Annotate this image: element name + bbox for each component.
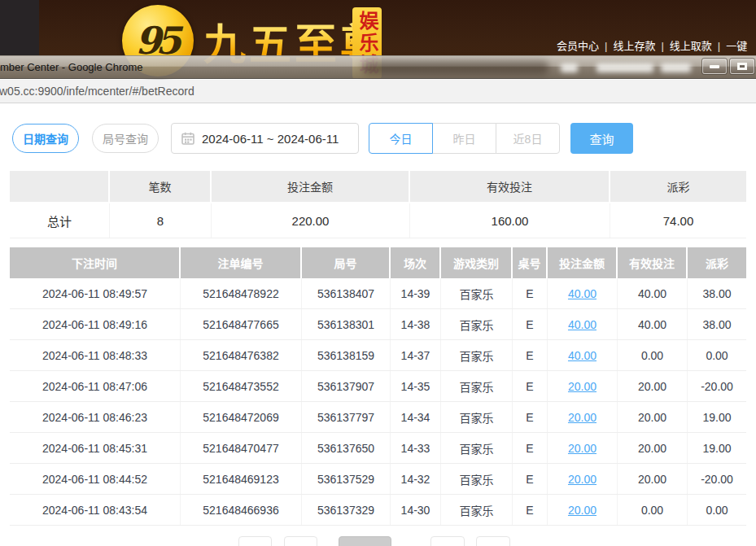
tab-round-query[interactable]: 局号查询 xyxy=(92,124,159,153)
game-type-cell: 百家乐 xyxy=(441,340,513,370)
table-no-cell: E xyxy=(513,495,548,525)
bet-time-cell: 2024-06-11 08:44:52 xyxy=(10,464,181,494)
banner-nav-link[interactable]: 线上存款 xyxy=(613,40,655,52)
table-no-cell: E xyxy=(513,433,548,463)
bet-id-cell: 521648469123 xyxy=(181,464,302,494)
pagination-button[interactable] xyxy=(430,536,465,546)
bet-record-row: 2024-06-11 08:48:33521648476382536138159… xyxy=(10,340,746,371)
pagination-button[interactable] xyxy=(476,536,510,546)
bet-time-cell: 2024-06-11 08:47:06 xyxy=(10,371,181,401)
bet-amount-cell: 20.00 xyxy=(548,433,618,463)
valid-bet-cell: 20.00 xyxy=(618,402,688,432)
banner-corner-block xyxy=(0,0,39,55)
date-range-value: 2024-06-11 ~ 2024-06-11 xyxy=(202,132,339,146)
game-type-cell: 百家乐 xyxy=(441,371,513,401)
quick-date-button[interactable]: 今日 xyxy=(369,123,433,154)
valid-bet-cell: 0.00 xyxy=(618,340,688,370)
bet-record-row: 2024-06-11 08:43:54521648466936536137329… xyxy=(10,495,746,526)
bets-header-cell: 注单编号 xyxy=(181,247,302,278)
valid-bet-cell: 20.00 xyxy=(618,433,688,463)
window-titlebar[interactable]: mber Center - Google Chrome ✕ xyxy=(0,55,756,79)
table-no-cell: E xyxy=(513,402,548,432)
summary-header-cell: 有效投注 xyxy=(410,171,610,202)
bet-time-cell: 2024-06-11 08:49:16 xyxy=(10,309,181,339)
quick-date-button-group: 今日昨日近8日 xyxy=(369,123,560,154)
bet-amount-link[interactable]: 20.00 xyxy=(568,442,596,455)
round-id-cell: 536138301 xyxy=(302,309,391,339)
calendar-icon xyxy=(181,132,194,145)
bets-header-cell: 游戏类别 xyxy=(441,247,513,278)
bet-record-row: 2024-06-11 08:44:52521648469123536137529… xyxy=(10,464,746,495)
maximize-button[interactable] xyxy=(730,59,754,74)
bet-time-cell: 2024-06-11 08:46:23 xyxy=(10,402,181,432)
bet-amount-link[interactable]: 40.00 xyxy=(568,287,596,300)
bet-time-cell: 2024-06-11 08:45:31 xyxy=(10,433,181,463)
bet-id-cell: 521648470477 xyxy=(181,433,302,463)
summary-value-cell: 总计 xyxy=(10,203,110,238)
bet-amount-link[interactable]: 40.00 xyxy=(568,318,596,331)
session-cell: 14-34 xyxy=(391,402,441,432)
pagination-button[interactable] xyxy=(238,536,272,546)
pagination-button[interactable] xyxy=(339,536,391,546)
round-id-cell: 536137329 xyxy=(302,495,391,525)
maximize-icon xyxy=(737,63,747,70)
banner-nav-link[interactable]: 会员中心 xyxy=(557,40,599,52)
bets-header-row: 下注时间注单编号局号场次游戏类别桌号投注金额有效投注派彩 xyxy=(10,247,746,278)
bet-time-cell: 2024-06-11 08:48:33 xyxy=(10,340,181,370)
table-no-cell: E xyxy=(513,278,548,308)
tab-date-query[interactable]: 日期查询 xyxy=(12,124,79,153)
quick-date-button[interactable]: 昨日 xyxy=(432,123,496,154)
bets-header-cell: 桌号 xyxy=(513,247,548,278)
valid-bet-cell: 20.00 xyxy=(618,464,688,494)
window-controls: ✕ xyxy=(702,59,756,74)
game-type-cell: 百家乐 xyxy=(441,433,513,463)
round-id-cell: 536137797 xyxy=(302,402,391,432)
minimize-button[interactable] xyxy=(702,59,727,74)
summary-value-cell: 74.00 xyxy=(610,203,746,238)
game-type-cell: 百家乐 xyxy=(441,464,513,494)
table-no-cell: E xyxy=(513,340,548,370)
bet-amount-link[interactable]: 20.00 xyxy=(568,504,596,517)
bet-amount-cell: 20.00 xyxy=(548,495,618,525)
bet-record-row: 2024-06-11 08:45:31521648470477536137650… xyxy=(10,433,746,464)
bet-record-row: 2024-06-11 08:49:16521648477665536138301… xyxy=(10,309,746,340)
bet-record-row: 2024-06-11 08:47:06521648473552536137907… xyxy=(10,371,746,402)
summary-header-cell: 派彩 xyxy=(610,171,746,202)
date-range-input[interactable]: 2024-06-11 ~ 2024-06-11 xyxy=(171,123,359,154)
table-no-cell: E xyxy=(513,371,548,401)
session-cell: 14-38 xyxy=(391,309,441,339)
summary-total-row: 总计8220.00160.0074.00 xyxy=(10,203,746,238)
banner-nav-link[interactable]: 线上取款 xyxy=(670,40,712,52)
table-no-cell: E xyxy=(513,464,548,494)
bet-amount-link[interactable]: 20.00 xyxy=(568,380,596,393)
summary-value-cell: 160.00 xyxy=(410,203,610,238)
payout-cell: 38.00 xyxy=(688,309,746,339)
bet-amount-link[interactable]: 20.00 xyxy=(568,411,596,424)
bet-records-table: 下注时间注单编号局号场次游戏类别桌号投注金额有效投注派彩 2024-06-11 … xyxy=(10,247,746,526)
quick-date-button[interactable]: 近8日 xyxy=(496,123,560,154)
nav-separator: | xyxy=(661,40,663,52)
bet-time-cell: 2024-06-11 08:43:54 xyxy=(10,495,181,525)
valid-bet-cell: 40.00 xyxy=(618,278,688,308)
payout-cell: 19.00 xyxy=(688,402,746,432)
bet-id-cell: 521648473552 xyxy=(181,371,302,401)
bet-id-cell: 521648472069 xyxy=(181,402,302,432)
bet-amount-link[interactable]: 40.00 xyxy=(568,349,596,362)
page-url: w05.cc:9900/infe/mcenter/#/betRecord xyxy=(0,85,194,98)
pagination-button[interactable] xyxy=(284,536,317,546)
blurred-user-info xyxy=(561,63,578,72)
summary-header-cell xyxy=(10,171,110,202)
game-type-cell: 百家乐 xyxy=(441,278,513,308)
banner-nav-link[interactable]: 一键 xyxy=(726,40,747,52)
valid-bet-cell: 40.00 xyxy=(618,309,688,339)
bet-amount-link[interactable]: 20.00 xyxy=(568,473,596,486)
search-button[interactable]: 查询 xyxy=(570,123,633,154)
summary-header-cell: 投注金额 xyxy=(212,171,410,202)
payout-cell: 0.00 xyxy=(688,495,746,525)
bets-table-body: 2024-06-11 08:49:57521648478922536138407… xyxy=(10,278,746,526)
bets-header-cell: 有效投注 xyxy=(618,247,688,278)
address-bar[interactable]: w05.cc:9900/infe/mcenter/#/betRecord xyxy=(0,80,756,103)
round-id-cell: 536138407 xyxy=(302,278,391,308)
bet-id-cell: 521648476382 xyxy=(181,340,302,370)
bets-header-cell: 场次 xyxy=(391,247,441,278)
